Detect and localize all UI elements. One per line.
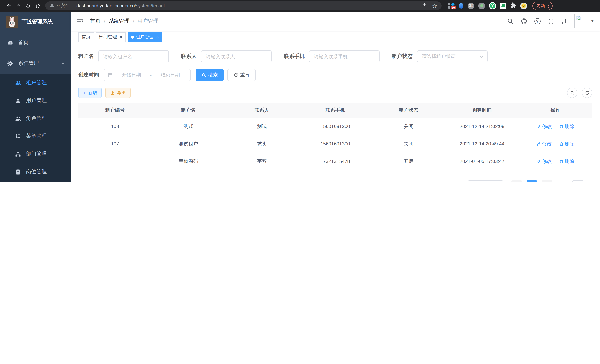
trash-icon	[559, 124, 564, 129]
tab-home[interactable]: 首页	[78, 32, 94, 42]
tenant-table: 租户编号 租户名 联系人 联系手机 租户状态 创建时间 操作 108 测试	[78, 103, 592, 170]
next-page-button[interactable]	[542, 180, 552, 182]
sidebar-item-post[interactable]: 岗位管理	[0, 163, 71, 181]
profile-avatar-icon[interactable]: ☺	[520, 2, 527, 9]
top-navbar: 首页 / 系统管理 / 租户管理 ?	[71, 11, 600, 31]
tenant-name-input[interactable]	[98, 50, 169, 62]
contact-label: 联系人	[181, 53, 197, 60]
sidebar-item-user[interactable]: 用户管理	[0, 92, 71, 110]
status-select[interactable]: 请选择租户状态	[417, 50, 488, 62]
col-contact: 联系人	[225, 103, 299, 118]
active-tab-dot	[131, 36, 134, 38]
github-icon[interactable]	[520, 18, 527, 25]
extension-recorder-icon[interactable]	[478, 2, 485, 9]
edit-link[interactable]: 修改	[536, 140, 552, 147]
phone-input[interactable]	[309, 50, 380, 62]
status-label: 租户状态	[392, 53, 412, 60]
bookmark-star-icon[interactable]: ☆	[432, 2, 437, 9]
date-range-picker[interactable]: 开始日期 - 结束日期	[103, 69, 191, 81]
breadcrumb-system[interactable]: 系统管理	[109, 18, 130, 25]
page-number-button[interactable]: 1	[526, 180, 537, 182]
breadcrumb-home[interactable]: 首页	[90, 18, 101, 25]
screen: 不安全 dashboard.yudao.iocoder.cn/system/te…	[0, 0, 600, 182]
sidebar-item-home[interactable]: 首页	[0, 32, 71, 53]
cell-contact: 测试	[225, 118, 299, 135]
goto-page-input[interactable]	[572, 180, 584, 182]
help-icon[interactable]: ?	[534, 18, 540, 24]
sidebar-collapse-icon[interactable]	[76, 18, 84, 25]
refresh-table-button[interactable]	[582, 88, 592, 98]
user-avatar-menu[interactable]: ▼	[574, 14, 594, 28]
header-search-icon[interactable]	[507, 18, 513, 25]
browser-home-icon[interactable]	[33, 1, 42, 10]
cell-status: 开启	[372, 152, 445, 170]
browser-reload-icon[interactable]	[23, 1, 33, 10]
browser-back-icon[interactable]	[4, 1, 13, 10]
sidebar-item-label: 用户管理	[26, 97, 47, 104]
table-row: 1 芋道源码 芋艿 17321315478 开启 2021-01-05 17:0…	[78, 152, 592, 170]
close-icon[interactable]: ×	[156, 35, 159, 39]
caret-down-icon: ▼	[591, 19, 594, 23]
tab-tenant[interactable]: 租户管理 ×	[127, 32, 162, 42]
add-button[interactable]: + 新增	[78, 88, 102, 98]
cell-actions: 修改 删除	[519, 118, 592, 135]
cell-id: 107	[78, 135, 152, 152]
reset-button[interactable]: 重置	[227, 69, 256, 81]
trash-icon	[559, 159, 564, 163]
extension-chat-icon[interactable]	[500, 3, 506, 9]
sidebar-item-role[interactable]: 角色管理	[0, 110, 71, 127]
browser-toolbar: 不安全 dashboard.yudao.iocoder.cn/system/te…	[0, 0, 600, 11]
date-separator: -	[150, 72, 152, 78]
sidebar-item-menu[interactable]: 菜单管理	[0, 127, 71, 145]
download-icon	[110, 90, 115, 95]
cell-name: 芋道源码	[152, 152, 225, 170]
search-icon	[201, 73, 206, 77]
extension-command-icon[interactable]: ⌘	[468, 2, 474, 9]
contact-input[interactable]	[201, 50, 272, 62]
extensions-puzzle-icon[interactable]	[510, 2, 516, 9]
edit-link[interactable]: 修改	[536, 123, 552, 130]
extension-balloon-icon[interactable]	[459, 3, 463, 9]
search-button[interactable]: 搜索	[196, 69, 224, 81]
browser-forward-icon[interactable]	[13, 1, 23, 10]
sidebar-item-dict[interactable]: 字典管理	[0, 181, 71, 182]
show-search-toggle-button[interactable]	[567, 88, 577, 98]
sidebar-item-tenant[interactable]: 租户管理	[0, 74, 71, 92]
security-label: 不安全	[56, 3, 69, 9]
warning-triangle-icon	[50, 3, 54, 9]
not-secure-warning[interactable]: 不安全	[50, 3, 69, 9]
extension-y-icon[interactable]: Y	[489, 2, 496, 9]
font-size-icon[interactable]: TT	[561, 18, 567, 25]
reset-button-label: 重置	[240, 72, 250, 78]
gear-icon	[6, 60, 14, 67]
fullscreen-icon[interactable]	[547, 18, 554, 25]
export-button-label: 导出	[117, 90, 126, 96]
extension-grid-icon[interactable]: 10	[448, 3, 455, 9]
close-icon[interactable]: ×	[120, 35, 122, 39]
url-host: dashboard.yudao.iocoder.cn	[76, 3, 135, 8]
sidebar-logo[interactable]: 芋道管理系统	[0, 11, 71, 32]
chrome-menu-icon[interactable]	[548, 4, 549, 8]
prev-page-button[interactable]	[511, 180, 522, 182]
search-button-label: 搜索	[208, 72, 218, 78]
cell-created: 2021-12-14 21:02:09	[445, 118, 519, 135]
sidebar-item-label: 角色管理	[26, 115, 47, 122]
delete-link[interactable]: 删除	[559, 123, 574, 130]
address-bar[interactable]: 不安全 dashboard.yudao.iocoder.cn/system/te…	[45, 1, 441, 10]
col-actions: 操作	[519, 103, 592, 118]
users-icon	[14, 80, 21, 86]
delete-link[interactable]: 删除	[559, 140, 574, 147]
tab-dept[interactable]: 部门管理 ×	[96, 32, 126, 42]
export-button[interactable]: 导出	[105, 88, 131, 98]
tags-view-bar: 首页 部门管理 × 租户管理 ×	[71, 31, 600, 43]
chrome-update-button[interactable]: 更新	[533, 2, 552, 10]
edit-link[interactable]: 修改	[536, 158, 552, 165]
cell-phone: 17321315478	[299, 152, 372, 170]
sidebar-item-dept[interactable]: 部门管理	[0, 145, 71, 163]
share-icon[interactable]	[422, 3, 427, 9]
sidebar-item-system[interactable]: 系统管理	[0, 53, 71, 74]
delete-link[interactable]: 删除	[559, 158, 574, 165]
page-size-select[interactable]: 10条/页	[468, 180, 503, 182]
cell-created: 2021-01-05 17:03:47	[445, 152, 519, 170]
calendar-icon	[108, 72, 113, 78]
